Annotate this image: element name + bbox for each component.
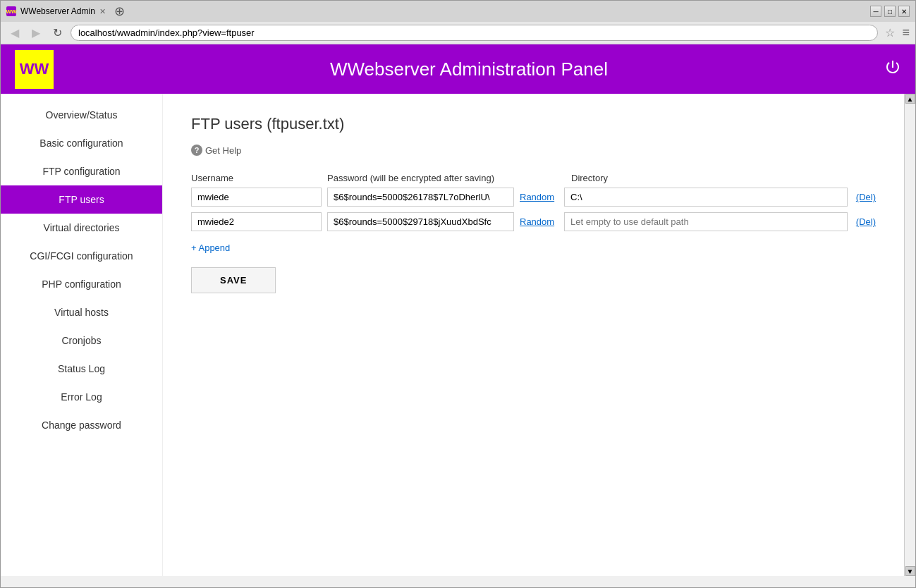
back-button[interactable]: ◀ — [6, 25, 23, 41]
tab-favicon: WW — [6, 6, 16, 16]
directory-input-1[interactable] — [564, 188, 848, 207]
scroll-down-button[interactable]: ▼ — [905, 566, 915, 576]
sidebar-item-cgi-config[interactable]: CGI/FCGI configuration — [1, 242, 162, 270]
sidebar-item-cronjobs[interactable]: Cronjobs — [1, 326, 162, 355]
sidebar-item-change-password[interactable]: Change password — [1, 411, 162, 439]
tab-title: WWebserver Admin — [20, 6, 95, 16]
power-button[interactable] — [884, 59, 901, 80]
main-content: FTP users (ftpuser.txt) ? Get Help Usern… — [163, 94, 904, 576]
password-input-1[interactable] — [327, 188, 514, 207]
sidebar-item-virtual-hosts[interactable]: Virtual hosts — [1, 298, 162, 326]
username-input-1[interactable] — [191, 188, 322, 207]
minimize-button[interactable]: ─ — [870, 6, 881, 17]
tab-close-button[interactable]: ✕ — [99, 7, 106, 16]
sidebar: Overview/Status Basic configuration FTP … — [1, 94, 163, 576]
get-help[interactable]: ? Get Help — [191, 145, 876, 156]
username-input-2[interactable] — [191, 212, 322, 231]
col-header-directory: Directory — [571, 173, 876, 183]
app-logo: WW — [15, 50, 54, 89]
random-link-2[interactable]: Random — [520, 216, 558, 227]
sidebar-item-virtual-dirs[interactable]: Virtual directories — [1, 214, 162, 242]
app-container: WW WWebserver Administration Panel Overv… — [1, 44, 915, 576]
col-header-password: Password (will be encrypted after saving… — [327, 173, 514, 183]
password-input-2[interactable] — [327, 212, 514, 231]
new-tab-button[interactable]: ⊕ — [114, 4, 125, 19]
scroll-up-button[interactable]: ▲ — [905, 94, 915, 104]
sidebar-item-ftp-config[interactable]: FTP configuration — [1, 157, 162, 185]
bookmark-icon[interactable]: ☆ — [885, 26, 895, 39]
scrollbar[interactable]: ▲ ▼ — [904, 94, 915, 576]
browser-nav: ◀ ▶ ↻ ☆ ≡ — [1, 22, 915, 44]
directory-input-2[interactable] — [564, 212, 848, 231]
maximize-button[interactable]: □ — [884, 6, 896, 17]
form-column-headers: Username Password (will be encrypted aft… — [191, 173, 876, 183]
delete-link-1[interactable]: (Del) — [856, 192, 876, 202]
delete-link-2[interactable]: (Del) — [856, 216, 876, 227]
app-header: WW WWebserver Administration Panel — [1, 44, 915, 94]
app-title: WWebserver Administration Panel — [54, 59, 884, 80]
forward-button[interactable]: ▶ — [28, 25, 44, 41]
append-link[interactable]: + Append — [191, 243, 230, 253]
app-body: Overview/Status Basic configuration FTP … — [1, 94, 915, 576]
page-title: FTP users (ftpuser.txt) — [191, 115, 876, 133]
sidebar-item-basic-config[interactable]: Basic configuration — [1, 129, 162, 157]
col-header-random — [520, 173, 566, 183]
address-bar[interactable] — [71, 25, 878, 41]
sidebar-item-status-log[interactable]: Status Log — [1, 355, 162, 383]
ftp-user-row-1: Random (Del) — [191, 188, 876, 207]
close-button[interactable]: ✕ — [898, 6, 910, 17]
random-link-1[interactable]: Random — [520, 192, 558, 202]
get-help-label: Get Help — [205, 145, 241, 156]
browser-titlebar: WW WWebserver Admin ✕ ⊕ ─ □ ✕ — [1, 1, 915, 22]
sidebar-item-php-config[interactable]: PHP configuration — [1, 270, 162, 298]
window-controls: ─ □ ✕ — [870, 6, 910, 17]
save-button[interactable]: SAVE — [191, 267, 276, 293]
menu-icon[interactable]: ≡ — [902, 25, 910, 40]
col-header-username: Username — [191, 173, 322, 183]
help-icon: ? — [191, 145, 202, 156]
refresh-button[interactable]: ↻ — [49, 25, 66, 41]
ftp-user-row-2: Random (Del) — [191, 212, 876, 231]
sidebar-item-error-log[interactable]: Error Log — [1, 383, 162, 411]
sidebar-item-ftp-users[interactable]: FTP users — [1, 185, 162, 214]
sidebar-item-overview[interactable]: Overview/Status — [1, 101, 162, 129]
